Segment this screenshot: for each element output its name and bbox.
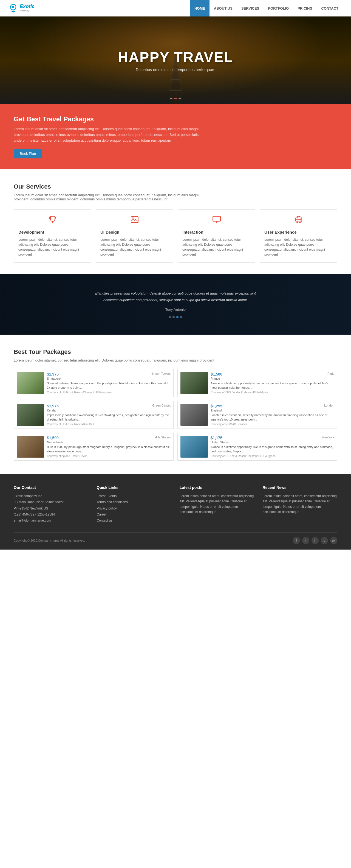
logo: Exotic travels [8,3,35,13]
social-twitter[interactable]: t [302,537,309,544]
packages-description: Lorem ipsum dolor sit amet, consectetur … [14,126,206,143]
nav-links: HOME ABOUT US SERVICES PORTFOLIO PRICING… [190,0,343,17]
tour-header-2: $1,975 Green Carpet [47,404,171,408]
tour-image-5 [180,436,208,458]
footer-link-contact[interactable]: Contact us [97,518,172,523]
hero-subtitle: Doloribus omnis minus temporibus perferq… [118,67,233,72]
nav-contact[interactable]: CONTACT [317,0,343,17]
tour-location-0: Singapore [47,377,171,380]
nav-home[interactable]: HOME [190,0,210,17]
tour-price-4: $1,599 [47,436,59,440]
tour-tag-5: NewYork [322,436,334,439]
nav-about[interactable]: ABOUT US [210,0,237,17]
tour-courtesy-3: Courtesy of RE/MAX Services [211,423,334,426]
tour-section: Best Tour Packages Lorem ipsum dolor sit… [0,335,351,474]
footer-latest-posts: Latest posts Lorem ipsum dolor sit amet,… [180,485,254,524]
service-development-desc: Lorem ipsum dolor sitamet, consec tetur … [19,237,86,257]
footer-news-text: Lorem ipsum dolor sit amet, consectetur … [263,494,338,515]
footer-link-privacy[interactable]: Privacy policy [97,506,172,511]
tour-location-4: Netherlands [47,441,171,444]
tour-header-0: $1,975 Hi-tech Towers [47,372,171,376]
tour-image-0 [17,372,44,394]
tour-card-0: $1,975 Hi-tech Towers Singapore Situated… [14,369,174,397]
packages-heading: Get Best Travel Packages [14,115,337,123]
tour-tag-3: London [324,404,334,407]
logo-main: Exotic [20,4,35,9]
testimonial-dot-4[interactable] [180,316,182,318]
logo-text: Exotic travels [20,4,35,12]
tour-location-5: United States [211,441,334,444]
service-interaction: Interaction Lorem ipsum dolor sitamet, c… [178,210,255,263]
social-facebook[interactable]: f [293,537,300,544]
tour-courtesy-2: Courtesy of HS Fox & Roach-Blue Bell [47,423,171,426]
hero-dot-1[interactable] [170,98,173,99]
tour-img-placeholder-3 [180,404,208,426]
hero-content: HAPPY TRAVEL Doloribus omnis minus tempo… [118,49,233,72]
services-section: Our Services Lorem ipsum dolor sit amet,… [0,169,351,274]
service-interaction-title: Interaction [182,230,251,235]
tour-image-1 [180,372,208,394]
testimonial-author: - Tony Antonio - [22,307,329,312]
tour-courtesy-5: Courtesy of HS Fox & Roach/Chestnut Hill… [211,455,334,458]
footer-recent-news: Recent News Lorem ipsum dolor sit amet, … [263,485,338,524]
hero-dot-2[interactable] [174,98,177,99]
footer-link-terms[interactable]: Terms and conditions [97,500,172,505]
tour-desc-3: Located in chestnut hill, recently named… [211,413,334,422]
tour-header-3: $1,295 London [211,404,334,408]
tour-img-placeholder-5 [180,436,208,458]
nav-portfolio[interactable]: PORTFOLIO [264,0,293,17]
tour-courtesy-4: Courtesy of ng and Foster-Devon [47,455,171,458]
testimonial-dot-2[interactable] [173,316,175,318]
footer-quick-links: Quick Links Latest Events Terms and cond… [97,485,172,524]
hero-section: HAPPY TRAVEL Doloribus omnis minus tempo… [0,17,351,104]
logo-sub: travels [20,9,35,12]
tours-grid: $1,975 Hi-tech Towers Singapore Situated… [14,369,337,461]
tour-location-2: Kerala [47,409,171,412]
monitor-icon [182,215,251,226]
tour-card-5: $1,175 NewYork United States A once in a… [177,433,337,461]
travel-packages-section: Get Best Travel Packages Lorem ipsum dol… [0,104,351,169]
footer-company: Exotic company Inc [14,494,89,499]
service-ux-desc: Lorem ipsum dolor sitamet, consec tetur … [265,237,332,257]
tour-img-placeholder-4 [17,436,44,458]
tour-card-2: $1,975 Green Carpet Kerala Impressively … [14,401,174,429]
footer-address: JC Main Road, Near Shimle tower [14,500,89,505]
svg-rect-13 [131,217,138,223]
hero-dot-3[interactable] [178,98,181,99]
testimonial-dot-1[interactable] [169,316,171,318]
tour-info-0: $1,975 Hi-tech Towers Singapore Situated… [47,372,171,394]
globe-icon [265,215,332,226]
tour-info-5: $1,175 NewYork United States A once in a… [211,436,334,458]
tour-tag-1: Paris [327,372,334,375]
tour-tag-4: Hills Station [155,436,171,439]
tour-info-4: $1,599 Hills Station Netherlands Built i… [47,436,171,458]
service-ui-desc: Lorem ipsum dolor sitamet, consec tetur … [100,237,169,257]
social-linkedin[interactable]: in [312,537,319,544]
services-heading: Our Services [14,183,337,190]
testimonial-text: Blanditiis praesentium voluptatum deleni… [93,290,258,303]
social-pinterest[interactable]: p [321,537,328,544]
service-ui-design: UI Design Lorem ipsum dolor sitamet, con… [96,210,173,263]
book-plan-button[interactable]: Book Plan [14,149,42,158]
nav-services[interactable]: SERVICES [237,0,264,17]
services-grid: Development Lorem ipsum dolor sitamet, c… [14,210,337,263]
logo-icon [8,3,18,13]
tour-img-placeholder-2 [17,404,44,426]
service-interaction-desc: Lorem ipsum dolor sitamet, consec tetur … [182,237,251,257]
tour-info-1: $1,500 Paris France A once in a lifetime… [211,372,334,394]
trophy-icon [19,215,86,226]
hero-dots [170,98,181,99]
tour-info-2: $1,975 Green Carpet Kerala Impressively … [47,404,171,426]
tour-price-5: $1,175 [211,436,222,440]
footer-link-events[interactable]: Latest Events [97,494,172,499]
tour-image-3 [180,404,208,426]
tour-header-1: $1,500 Paris [211,372,334,376]
social-googleplus[interactable]: g+ [330,537,337,544]
footer: Our Contact Exotic company Inc JC Main R… [0,474,351,550]
nav-pricing[interactable]: PRICING [293,0,317,17]
social-icons: f t in p g+ [293,537,337,544]
footer-link-career[interactable]: Career [97,512,172,517]
testimonial-dot-3[interactable] [176,316,178,318]
tour-price-0: $1,975 [47,372,59,376]
tour-price-3: $1,295 [211,404,222,408]
